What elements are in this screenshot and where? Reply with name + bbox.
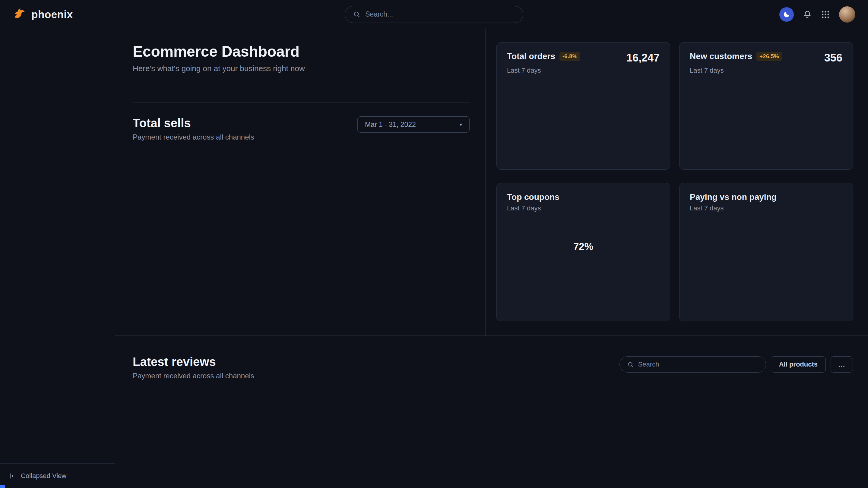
paying-gauge-svg [725, 223, 807, 268]
collapse-view-button[interactable]: Collapsed View [0, 463, 115, 488]
paying-period: Last 7 days [690, 204, 842, 212]
total-orders-card: Total orders-6.8% 16,247 Last 7 days [496, 42, 670, 170]
new-customers-line-chart [690, 84, 842, 150]
page-title: Ecommerce Dashboard [133, 43, 470, 60]
new-customers-card: New customers+26.5% 356 Last 7 days [679, 42, 853, 170]
apps-grid-button[interactable] [821, 10, 830, 19]
sidebar-nav [0, 29, 115, 463]
dashboard-cards: Total orders-6.8% 16,247 Last 7 days New… [486, 29, 868, 335]
latest-reviews-subtitle: Payment received across all channels [133, 372, 254, 380]
main-content: Ecommerce Dashboard Here's what's going … [115, 29, 868, 488]
more-options-button[interactable]: ... [831, 356, 853, 372]
phoenix-logo-icon [13, 7, 27, 22]
total-orders-title: Total orders [507, 52, 555, 61]
brand-logo[interactable]: phoenix [13, 7, 73, 22]
collapse-view-label: Collapsed View [21, 472, 66, 480]
navbar-actions [779, 6, 855, 23]
top-coupons-title: Top coupons [507, 192, 559, 202]
reviews-toolbar: All products ... [619, 356, 853, 372]
total-sells-chart [133, 157, 470, 283]
chevron-down-icon: ▾ [460, 122, 462, 128]
latest-reviews-section: Latest reviews Payment received across a… [115, 336, 868, 488]
total-orders-value: 16,247 [626, 52, 660, 64]
latest-reviews-title: Latest reviews [133, 355, 254, 369]
total-orders-badge: -6.8% [559, 52, 581, 61]
dashboard-left-column: Ecommerce Dashboard Here's what's going … [115, 29, 486, 335]
new-customers-title: New customers [690, 52, 752, 61]
reviews-search [619, 356, 766, 372]
total-orders-period: Last 7 days [507, 67, 660, 74]
bell-icon [803, 10, 812, 19]
total-sells-chart-svg [133, 157, 469, 278]
total-sells-title: Total sells [133, 116, 254, 130]
global-search-input[interactable] [365, 10, 515, 19]
new-customers-value: 356 [824, 52, 842, 64]
date-range-value: Mar 1 - 31, 2022 [365, 121, 416, 129]
top-coupons-period: Last 7 days [507, 204, 660, 212]
search-icon [353, 10, 361, 18]
reviews-search-input[interactable] [638, 360, 758, 368]
theme-toggle-button[interactable] [779, 7, 794, 22]
top-coupons-donut-chart: 72% [553, 217, 614, 277]
page-subtitle: Here's what's going on at your business … [133, 64, 470, 73]
moon-icon [783, 10, 790, 18]
total-sells-subtitle: Payment received across all channels [133, 133, 254, 141]
total-orders-bar-chart [532, 92, 634, 143]
paying-title: Paying vs non paying [690, 192, 777, 202]
new-customers-period: Last 7 days [690, 67, 842, 74]
donut-center-label: 72% [553, 217, 614, 277]
paying-card: Paying vs non paying Last 7 days [679, 183, 853, 321]
top-coupons-card: Top coupons Last 7 days 72% [496, 183, 670, 321]
collapse-icon [9, 472, 16, 480]
top-navbar: phoenix [0, 0, 868, 29]
sidebar: Collapsed View [0, 29, 115, 488]
brand-name: phoenix [31, 8, 73, 21]
paying-gauge-chart [725, 223, 807, 269]
date-range-select[interactable]: Mar 1 - 31, 2022 ▾ [358, 116, 470, 133]
search-icon [627, 361, 634, 368]
global-search [345, 6, 523, 23]
corner-indicator[interactable] [0, 485, 5, 488]
all-products-button[interactable]: All products [771, 356, 826, 372]
stats-row [133, 90, 470, 102]
new-customers-badge: +26.5% [756, 52, 782, 61]
notifications-button[interactable] [803, 10, 812, 19]
user-avatar[interactable] [839, 6, 855, 23]
grid-dots-icon [821, 10, 830, 19]
